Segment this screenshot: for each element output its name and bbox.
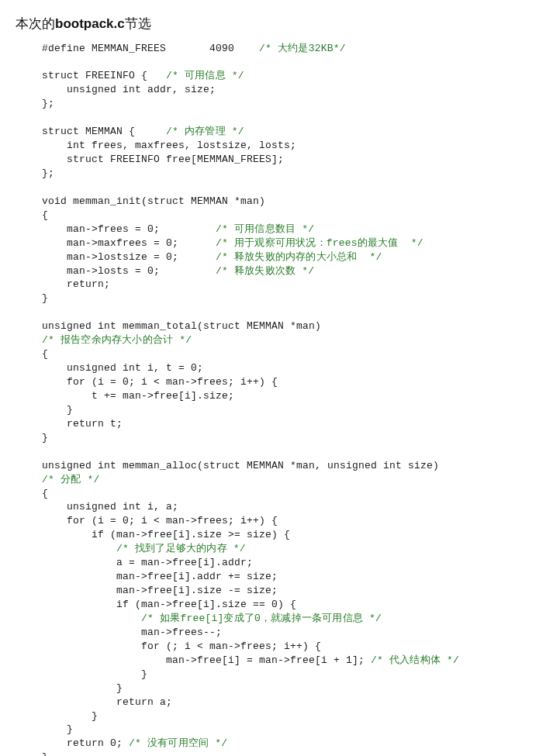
code-line: return; [42, 278, 110, 290]
code-comment: /* 找到了足够大的内存 */ [42, 543, 246, 554]
code-line: }; [42, 167, 54, 179]
code-line: man->maxfrees = 0; [42, 237, 216, 249]
code-line: for (; i < man->frees; i++) { [42, 640, 321, 652]
code-comment: /* 分配 */ [42, 474, 99, 485]
code-line: } [42, 751, 48, 756]
code-line: void memman_init(struct MEMMAN *man) [42, 195, 265, 207]
code-line: unsigned int i, a; [42, 501, 178, 513]
code-comment: /* 可用信息数目 */ [216, 223, 314, 235]
code-line: if (man->free[i].size == 0) { [42, 599, 296, 610]
heading-after: 节选 [125, 16, 151, 31]
code-line: } [42, 404, 73, 416]
code-line: unsigned int addr, size; [42, 84, 216, 95]
heading-before: 本次的 [16, 16, 55, 31]
code-comment: /* 释放失败次数 */ [216, 265, 314, 277]
code-line: man->free[i].addr += size; [42, 571, 278, 582]
code-comment: /* 代入结构体 */ [371, 654, 459, 666]
page: { "heading": { "before": "本次的", "bold": … [16, 14, 553, 756]
code-line: { [42, 348, 48, 360]
code-block: #define MEMMAN_FREES 4090 /* 大约是32KB*/ s… [42, 42, 553, 757]
code-comment: /* 可用信息 */ [166, 70, 244, 81]
code-line: } [42, 432, 48, 444]
code-line: if (man->free[i].size >= size) { [42, 529, 290, 540]
code-line: } [42, 723, 73, 735]
code-line: t += man->free[i].size; [42, 390, 234, 402]
code-comment: /* 内存管理 */ [166, 126, 244, 137]
code-line: { [42, 488, 48, 499]
code-line: struct FREEINFO free[MEMMAN_FREES]; [42, 154, 284, 165]
code-comment: /* 如果free[i]变成了0，就减掉一条可用信息 */ [42, 613, 382, 624]
code-comment: /* 大约是32KB*/ [259, 43, 346, 54]
code-line: int frees, maxfrees, lostsize, losts; [42, 140, 296, 151]
code-line: return t; [42, 418, 123, 430]
code-line: }; [42, 98, 54, 109]
code-line: man->free[i].size -= size; [42, 585, 278, 596]
code-line: man->lostsize = 0; [42, 251, 216, 263]
code-line: return a; [42, 696, 172, 708]
code-line: man->frees = 0; [42, 223, 216, 235]
page-title: 本次的bootpack.c节选 [16, 14, 553, 34]
code-line: unsigned int i, t = 0; [42, 362, 203, 374]
code-comment: /* 释放失败的内存的大小总和 */ [216, 251, 382, 263]
code-line: } [42, 668, 147, 680]
code-line: a = man->free[i].addr; [42, 557, 253, 568]
code-line: for (i = 0; i < man->frees; i++) { [42, 515, 278, 526]
heading-bold: bootpack.c [55, 16, 125, 31]
code-line: unsigned int memman_total(struct MEMMAN … [42, 320, 321, 332]
code-comment: /* 没有可用空间 */ [129, 737, 227, 749]
code-line: man->frees--; [42, 627, 222, 638]
code-line: struct MEMMAN { [42, 126, 166, 137]
code-line: } [42, 292, 48, 304]
code-comment: /* 报告空余内存大小的合计 */ [42, 334, 192, 346]
code-line: return 0; [42, 737, 129, 749]
code-line: for (i = 0; i < man->frees; i++) { [42, 376, 278, 388]
code-line: { [42, 209, 48, 221]
code-line: man->losts = 0; [42, 265, 216, 277]
code-line: struct FREEINFO { [42, 70, 166, 81]
code-line: #define MEMMAN_FREES 4090 [42, 43, 259, 54]
code-line: man->free[i] = man->free[i + 1]; [42, 654, 371, 666]
code-comment: /* 用于观察可用状况：frees的最大值 */ [216, 237, 423, 249]
code-line: } [42, 710, 98, 722]
code-line: } [42, 682, 123, 694]
code-line: unsigned int memman_alloc(struct MEMMAN … [42, 460, 439, 471]
